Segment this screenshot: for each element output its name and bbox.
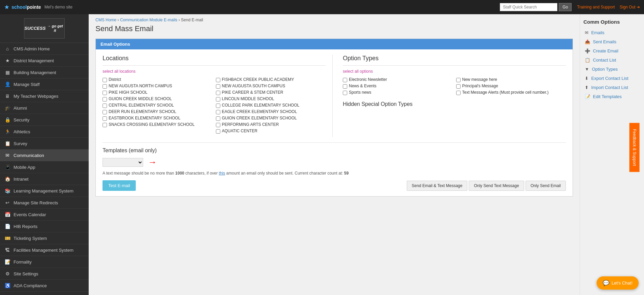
select-all-options-link[interactable]: select all options xyxy=(343,69,566,74)
only-send-text-button[interactable]: Only Send Text Message xyxy=(469,181,524,191)
location-guion-creek-elem-checkbox[interactable] xyxy=(216,116,220,121)
only-send-email-button[interactable]: Only Send Email xyxy=(526,181,566,191)
logo-image: SUCCESS→ go get it xyxy=(24,18,65,39)
sidebar-item-facilities[interactable]: 🏗Facilities Management System xyxy=(0,244,89,256)
location-new-augusta-south-checkbox[interactable] xyxy=(216,84,220,89)
sidebar-item-communication[interactable]: ✉Communication xyxy=(0,150,89,161)
building-icon: ▦ xyxy=(5,70,10,75)
location-empty xyxy=(103,129,213,134)
training-support-link[interactable]: Training and Support xyxy=(577,5,615,9)
sidebar-item-mobile-app[interactable]: 📱Mobile App xyxy=(0,161,89,173)
location-aquatic-center-checkbox[interactable] xyxy=(216,129,220,134)
location-college-park-checkbox[interactable] xyxy=(216,104,220,108)
comm-link-sent-emails[interactable]: 📤Sent Emails xyxy=(583,37,641,46)
brand-name: schoolpointe xyxy=(12,4,41,10)
location-guion-creek-middle: GUION CREEK MIDDLE SCHOOL xyxy=(103,96,213,101)
location-eagle-creek-checkbox[interactable] xyxy=(216,110,220,114)
staff-search-input[interactable] xyxy=(500,3,557,11)
location-deer-run-checkbox[interactable] xyxy=(103,110,107,114)
location-guion-creek-elem: GUION CREEK ELEMENTARY SCHOOL xyxy=(216,116,326,121)
opt-sports-news-checkbox[interactable] xyxy=(343,91,347,95)
location-new-augusta-north-checkbox[interactable] xyxy=(103,84,107,89)
settings-icon: ⚙ xyxy=(5,271,10,276)
sidebar-item-hib-reports[interactable]: 📄HIB Reports xyxy=(0,221,89,232)
sidebar-item-site-settings[interactable]: ⚙Site Settings xyxy=(0,268,89,280)
demo-site-label: Mel's demo site xyxy=(44,5,72,9)
option-types-column: Option Types select all options Electron… xyxy=(333,55,566,137)
location-college-park: COLLEGE PARK ELEMENTARY SCHOOL xyxy=(216,103,326,108)
location-central-elem-checkbox[interactable] xyxy=(103,104,107,108)
sidebar-item-alumni[interactable]: 🎓Alumni xyxy=(0,102,89,114)
template-select[interactable] xyxy=(103,158,143,167)
location-guion-creek-middle-checkbox[interactable] xyxy=(103,97,107,101)
card-header: Email Options xyxy=(96,39,573,49)
comm-link-contact-list[interactable]: 📋Contact List xyxy=(583,55,641,65)
location-fishback: FISHBACK CREEK PUBLIC ACADEMY xyxy=(216,77,326,82)
breadcrumb-cms-home[interactable]: CMS Home xyxy=(95,18,116,22)
sidebar-item-ticketing[interactable]: 🎫Ticketing System xyxy=(0,232,89,244)
sidebar-item-building-management[interactable]: ▦Building Management xyxy=(0,67,89,78)
feedback-tab[interactable]: Feedback & Support xyxy=(629,123,639,172)
sidebar-item-ada-compliance[interactable]: ♿ADA Compliance xyxy=(0,280,89,292)
sign-out-link[interactable]: Sign Out ➜ xyxy=(620,5,640,9)
select-all-locations-link[interactable]: select all locations xyxy=(103,69,326,74)
sidebar-item-teacher-webpages[interactable]: 🖥My Teacher Webpages xyxy=(0,90,89,102)
search-go-button[interactable]: Go xyxy=(559,3,572,11)
sidebar-item-cms-admin-home[interactable]: ⌂CMS Admin Home xyxy=(0,43,89,55)
locations-checkboxes: District FISHBACK CREEK PUBLIC ACADEMY N… xyxy=(103,77,326,134)
comm-link-option-types[interactable]: ▼Option Types xyxy=(583,65,641,74)
opt-text-message-alerts-checkbox[interactable] xyxy=(456,91,461,95)
sidebar-item-lms[interactable]: 📚Learning Management System xyxy=(0,185,89,197)
send-email-text-button[interactable]: Send Email & Text Message xyxy=(407,181,468,191)
char-limit: 1000 xyxy=(175,171,184,176)
opt-text-message-alerts: Text Message Alerts (Must provide cell n… xyxy=(456,90,566,95)
location-fishback-checkbox[interactable] xyxy=(216,78,220,82)
top-nav: ★ schoolpointe Mel's demo site Go Traini… xyxy=(0,0,644,14)
location-pike-career-checkbox[interactable] xyxy=(216,91,220,95)
calendar-icon: 📅 xyxy=(5,212,10,217)
comm-link-export[interactable]: ⬇Export Contact List xyxy=(583,74,641,83)
char-count-text: A text message should be no more than 10… xyxy=(103,171,566,176)
person-icon: 👤 xyxy=(5,82,10,87)
sidebar-item-district-management[interactable]: ★District Management xyxy=(0,55,89,67)
sidebar-item-site-redirects[interactable]: ↩Manage Site Redirects xyxy=(0,197,89,209)
location-pike-high-checkbox[interactable] xyxy=(103,91,107,95)
location-snacks-crossing-checkbox[interactable] xyxy=(103,123,107,127)
char-limit-link[interactable]: this xyxy=(219,171,225,176)
sidebar-item-survey[interactable]: 📋Survey xyxy=(0,138,89,150)
comm-link-import[interactable]: ⬆Import Contact List xyxy=(583,83,641,92)
monitor-icon: 🖥 xyxy=(5,93,10,99)
comm-link-edit-templates[interactable]: 📝Edit Templates xyxy=(583,92,641,101)
contact-list-icon: 📋 xyxy=(585,58,590,63)
location-district-checkbox[interactable] xyxy=(103,78,107,82)
location-eastbrook-checkbox[interactable] xyxy=(103,116,107,121)
opt-electronic-newsletter-checkbox[interactable] xyxy=(343,78,347,82)
hidden-special-title: Hidden Special Option Types xyxy=(343,101,566,107)
sidebar-item-events-calendar[interactable]: 📅Events Calendar xyxy=(0,209,89,221)
location-district: District xyxy=(103,77,213,82)
test-email-button[interactable]: Test E-mail xyxy=(103,180,136,191)
location-lincoln-middle-checkbox[interactable] xyxy=(216,97,220,101)
opt-principals-message-checkbox[interactable] xyxy=(456,84,461,89)
sidebar-item-manage-staff[interactable]: 👤Manage Staff xyxy=(0,78,89,90)
sidebar-item-security[interactable]: 🔒Security xyxy=(0,114,89,126)
opt-new-message-checkbox[interactable] xyxy=(456,78,461,82)
brand: ★ schoolpointe xyxy=(4,3,41,11)
email-icon: ✉ xyxy=(585,30,589,35)
location-performing-arts-checkbox[interactable] xyxy=(216,123,220,127)
sidebar-item-formality[interactable]: 📝Formality xyxy=(0,256,89,268)
comm-link-create-email[interactable]: ➕Create Email xyxy=(583,46,641,55)
chat-button[interactable]: 💬 Let's Chat! xyxy=(597,276,639,290)
comm-link-emails[interactable]: ✉Emails xyxy=(583,28,641,37)
sidebar-item-intranet[interactable]: 🏠Intranet xyxy=(0,173,89,185)
content-header: CMS Home › Communication Module E-mails … xyxy=(89,14,580,39)
report-icon: 📄 xyxy=(5,224,10,229)
export-icon: ⬇ xyxy=(585,76,589,81)
sidebar-nav: ⌂CMS Admin Home ★District Management ▦Bu… xyxy=(0,43,89,292)
breadcrumb-comm-emails[interactable]: Communication Module E-mails xyxy=(120,18,177,22)
opt-sports-news: Sports news xyxy=(343,90,453,95)
opt-news-events: News & Events xyxy=(343,84,453,89)
page-title: Send Mass Email xyxy=(95,24,573,33)
opt-news-events-checkbox[interactable] xyxy=(343,84,347,89)
sidebar-item-athletics[interactable]: 🏃Athletics xyxy=(0,126,89,138)
